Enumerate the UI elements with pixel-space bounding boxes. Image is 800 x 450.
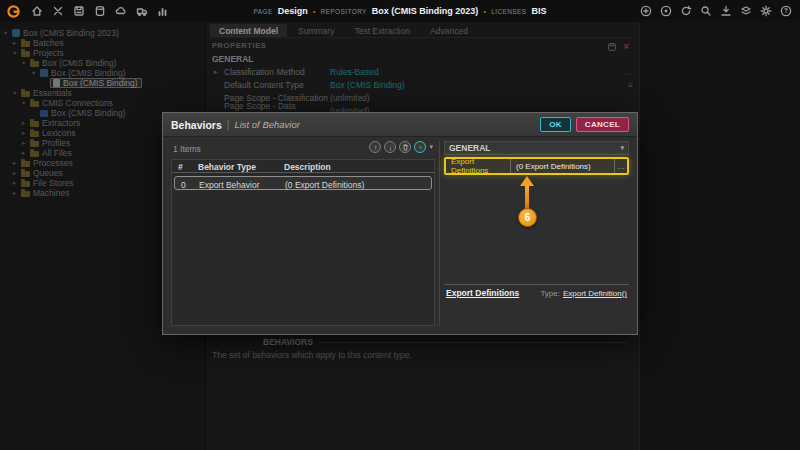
page-value[interactable]: Design [278,6,308,16]
ok-button[interactable]: OK [540,117,571,132]
chevron-down-icon[interactable]: ▾ [620,144,624,152]
cancel-button[interactable]: CANCEL [576,117,629,132]
behavior-table: # Behavior Type Description 0 Export Beh… [171,159,435,326]
callout-arrow-shaft [525,185,529,209]
license-label: LICENSES [491,8,526,15]
table-header-row: # Behavior Type Description [172,160,434,173]
field-label: Export Definitions [446,157,510,175]
save-icon[interactable] [72,5,85,18]
license-value[interactable]: BIS [532,6,547,16]
page-label: PAGE [253,8,272,15]
column-behavior-type: Behavior Type [198,162,256,172]
app-logo-icon [6,4,21,19]
dialog-title: Behaviors [171,119,222,131]
panel-divider [439,141,440,326]
field-help-panel: Export Definitions Type: Export Definiti… [446,288,627,298]
dialog-subtitle: List of Behavior [234,119,299,130]
svg-text:?: ? [783,7,787,14]
ellipsis-button[interactable]: … [614,159,627,173]
behaviors-dialog: Behaviors | List of Behavior OK CANCEL 1… [162,112,638,335]
behavior-list-panel: 1 Items ↑ ↓ + ▾ # Behavior Type Descript… [171,141,435,326]
behavior-properties-panel: GENERAL ▾ Export Definitions (0 Export D… [444,141,629,326]
general-group-header[interactable]: GENERAL ▾ [444,141,629,155]
column-number: # [178,162,183,172]
settings-gear-icon[interactable] [759,5,772,18]
download-icon[interactable] [719,5,732,18]
database-icon[interactable] [93,5,106,18]
type-label: Type: [540,289,560,298]
repository-label: REPOSITORY [320,8,366,15]
truck-icon[interactable] [135,5,148,18]
home-icon[interactable] [30,5,43,18]
add-dropdown-icon[interactable]: ▾ [429,143,433,151]
column-description: Description [284,162,331,172]
repository-value[interactable]: Box (CMIS Binding 2023) [372,6,479,16]
cloud-icon[interactable] [114,5,127,18]
top-bar: PAGE Design • REPOSITORY Box (CMIS Bindi… [0,0,800,22]
delete-icon[interactable] [399,141,411,153]
items-count: 1 Items [173,144,201,154]
divider [444,284,629,285]
help-title: Export Definitions [446,288,519,298]
type-link[interactable]: Export Definition() [563,289,627,298]
layers-icon[interactable] [739,5,752,18]
context-breadcrumb: PAGE Design • REPOSITORY Box (CMIS Bindi… [253,0,546,22]
dialog-header: Behaviors | List of Behavior OK CANCEL [163,113,637,137]
record-icon[interactable] [659,5,672,18]
tools-icon[interactable] [51,5,64,18]
move-up-icon[interactable]: ↑ [369,141,381,153]
refresh-icon[interactable] [679,5,692,18]
export-definitions-field-highlighted[interactable]: Export Definitions (0 Export Definitions… [444,157,629,175]
help-icon[interactable]: ? [779,5,792,18]
add-icon[interactable] [639,5,652,18]
table-row-selected[interactable]: 0 Export Behavior (0 Export Definitions) [174,176,432,190]
callout-step-badge: 6 [518,208,537,227]
add-item-icon[interactable]: + [414,141,426,153]
search-icon[interactable] [699,5,712,18]
move-down-icon[interactable]: ↓ [384,141,396,153]
bar-chart-icon[interactable] [156,5,169,18]
list-toolbar: ↑ ↓ + ▾ [369,141,433,153]
field-value[interactable]: (0 Export Definitions) [511,162,614,171]
